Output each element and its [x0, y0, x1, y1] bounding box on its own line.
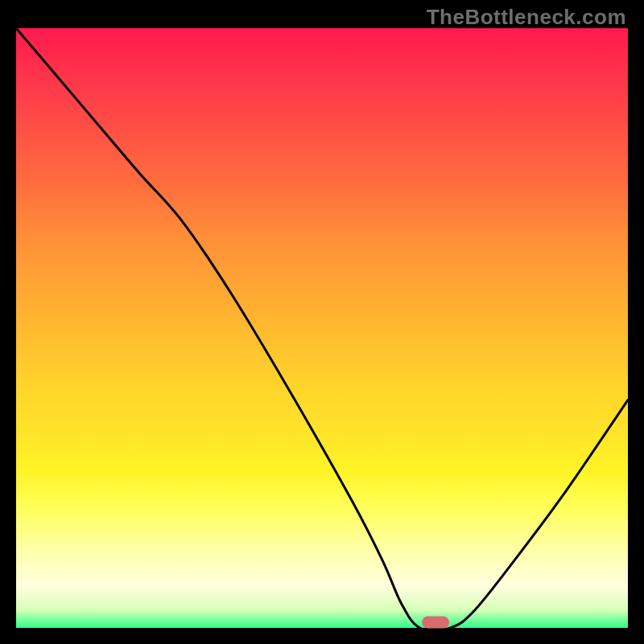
gradient-background	[16, 28, 628, 628]
optimal-marker	[422, 617, 449, 629]
chart-frame	[16, 28, 628, 628]
watermark-text: TheBottleneck.com	[427, 5, 626, 30]
